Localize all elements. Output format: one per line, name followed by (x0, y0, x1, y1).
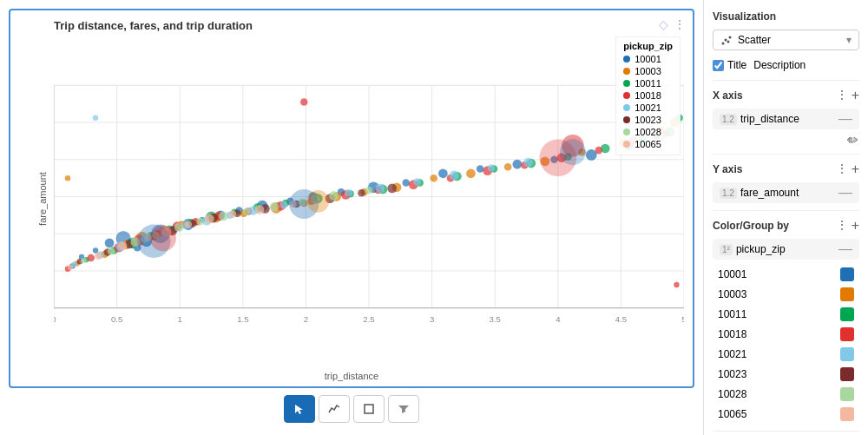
legend-item: 10023 (623, 115, 673, 125)
legend-dot-10003 (623, 68, 630, 75)
x-axis-section: X axis ⋮ + 1.2 trip_distance — ⇅ (713, 80, 859, 147)
svg-point-75 (504, 163, 512, 171)
svg-text:1: 1 (178, 314, 182, 324)
x-axis-field: 1.2 trip_distance — (713, 109, 859, 129)
legend-item: 10018 (623, 90, 673, 101)
svg-point-139 (450, 171, 459, 181)
x-axis-label: trip_distance (325, 371, 378, 381)
size-section: Size ⋮ + 1² time_spent (713, 431, 859, 435)
y-axis-header: Y axis ⋮ + (713, 161, 859, 177)
diamond-icon[interactable]: ◇ (659, 17, 668, 31)
y-axis-field-name: 1.2 fare_amount (720, 187, 799, 199)
color-item-label-10001: 10001 (718, 268, 746, 280)
svg-point-174 (229, 211, 237, 219)
svg-point-54 (512, 160, 522, 169)
svg-point-159 (174, 222, 184, 232)
color-item-10018[interactable]: 10018 (713, 325, 859, 344)
svg-point-137 (375, 184, 385, 194)
viz-type-label: Scatter (738, 34, 771, 46)
y-axis-add-icon[interactable]: + (852, 161, 859, 177)
scatter-plot: 30 20 10 5 0 0 0.5 1 1.5 2 2.5 3 3.5 4 4… (54, 39, 684, 354)
svg-point-175 (255, 205, 265, 214)
color-swatch-10011 (840, 307, 854, 321)
color-item-10021[interactable]: 10021 (713, 345, 859, 364)
svg-text:0.5: 0.5 (111, 314, 122, 324)
color-item-label-10065: 10065 (718, 408, 746, 420)
y-axis-more-icon[interactable]: ⋮ (836, 161, 848, 177)
x-axis-actions: ⋮ + (836, 88, 859, 103)
svg-point-156 (108, 247, 115, 255)
svg-point-52 (438, 168, 448, 178)
x-axis-add-icon[interactable]: + (852, 88, 859, 103)
color-item-label-10028: 10028 (718, 388, 746, 400)
svg-point-167 (68, 264, 73, 269)
y-axis-remove-btn[interactable]: — (838, 186, 852, 200)
y-axis-section: Y axis ⋮ + 1.2 fare_amount — (713, 154, 859, 203)
swap-icon[interactable]: ⇅ (713, 133, 859, 147)
x-axis-label-text: X axis (713, 89, 743, 102)
svg-point-180 (306, 190, 329, 213)
svg-point-53 (477, 165, 484, 173)
color-group-actions: ⋮ + (836, 218, 859, 234)
color-swatch-10023 (840, 367, 854, 381)
svg-text:3.5: 3.5 (490, 314, 501, 324)
svg-point-173 (205, 214, 214, 224)
viz-type-selector[interactable]: Scatter ▾ (713, 30, 859, 50)
y-axis-field-label: fare_amount (740, 187, 799, 199)
x-axis-remove-btn[interactable]: — (838, 112, 852, 126)
legend-item: 10001 (623, 54, 673, 64)
color-item-label-10003: 10003 (718, 288, 746, 300)
color-item-10065[interactable]: 10065 (713, 405, 859, 424)
color-item-10028[interactable]: 10028 (713, 385, 859, 404)
svg-point-140 (488, 164, 496, 172)
line-chart-button[interactable] (319, 395, 350, 423)
color-item-10011[interactable]: 10011 (713, 305, 859, 324)
svg-point-154 (387, 184, 397, 194)
color-group-add-icon[interactable]: + (852, 218, 859, 234)
svg-point-185 (65, 175, 70, 181)
x-axis-header: X axis ⋮ + (713, 88, 859, 103)
legend-label-10021: 10021 (635, 102, 661, 113)
color-group-more-icon[interactable]: ⋮ (836, 218, 848, 234)
filter-button[interactable] (388, 395, 419, 423)
color-group-remove-btn[interactable]: — (838, 242, 852, 256)
svg-point-193 (729, 36, 732, 39)
color-group-field-label: pickup_zip (736, 243, 786, 255)
box-select-button[interactable] (353, 395, 385, 423)
svg-text:0: 0 (54, 314, 56, 324)
legend-title: pickup_zip (623, 41, 673, 51)
y-axis-type-badge: 1.2 (720, 188, 737, 199)
svg-point-153 (358, 189, 365, 197)
title-checkbox[interactable] (713, 60, 724, 71)
color-item-10001[interactable]: 10001 (713, 265, 859, 284)
main-area: Trip distance, fares, and trip duration … (0, 0, 703, 435)
chart-legend: pickup_zip 10001 10003 10011 10018 10021 (615, 36, 681, 155)
description-checkbox-label[interactable]: Description (753, 59, 806, 71)
legend-dot-10065 (623, 141, 630, 148)
legend-label-10001: 10001 (635, 54, 661, 64)
select-button[interactable] (284, 395, 315, 423)
right-panel: Visualization Scatter ▾ Title Descriptio… (703, 0, 868, 435)
svg-point-136 (345, 189, 352, 197)
svg-text:4.5: 4.5 (615, 314, 627, 324)
svg-point-35 (93, 247, 98, 253)
color-item-10003[interactable]: 10003 (713, 285, 859, 304)
legend-item: 10028 (623, 127, 673, 137)
svg-point-155 (81, 258, 86, 263)
more-icon[interactable]: ⋮ (674, 17, 686, 31)
svg-point-168 (95, 253, 102, 260)
svg-text:1.5: 1.5 (237, 314, 248, 324)
legend-item: 10065 (623, 139, 673, 149)
x-axis-more-icon[interactable]: ⋮ (836, 88, 848, 103)
color-group-label-text: Color/Group by (713, 220, 789, 232)
svg-point-162 (243, 208, 251, 215)
legend-item: 10011 (623, 78, 673, 89)
title-checkbox-label[interactable]: Title (713, 59, 746, 71)
svg-point-182 (560, 139, 586, 165)
svg-point-74 (466, 168, 476, 178)
color-item-10023[interactable]: 10023 (713, 365, 859, 384)
legend-label-10023: 10023 (635, 115, 661, 125)
x-axis-field-name: 1.2 trip_distance (720, 113, 799, 125)
color-item-label-10021: 10021 (718, 348, 746, 360)
svg-point-190 (722, 43, 725, 45)
